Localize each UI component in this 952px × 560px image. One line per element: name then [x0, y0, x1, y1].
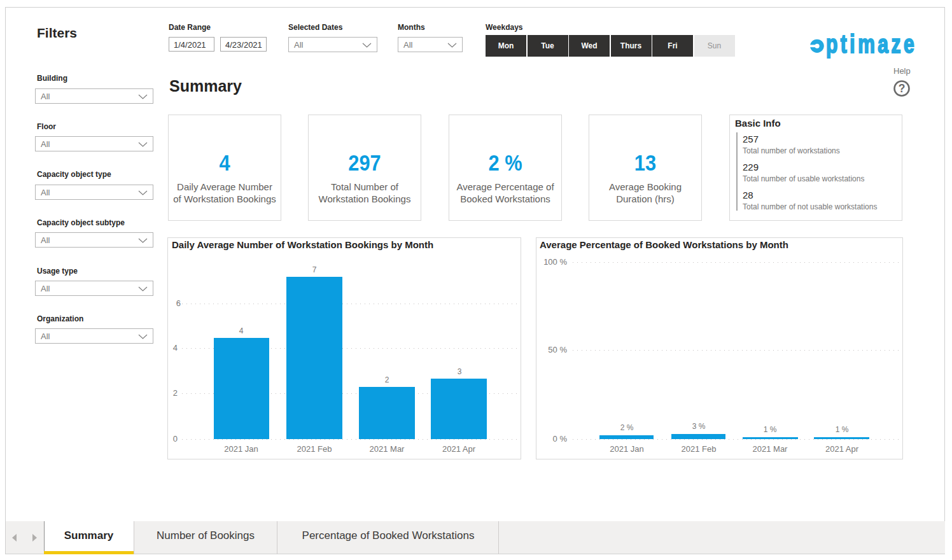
svg-text:?: ?: [899, 82, 906, 95]
svg-text:ptimaze: ptimaze: [826, 32, 917, 58]
